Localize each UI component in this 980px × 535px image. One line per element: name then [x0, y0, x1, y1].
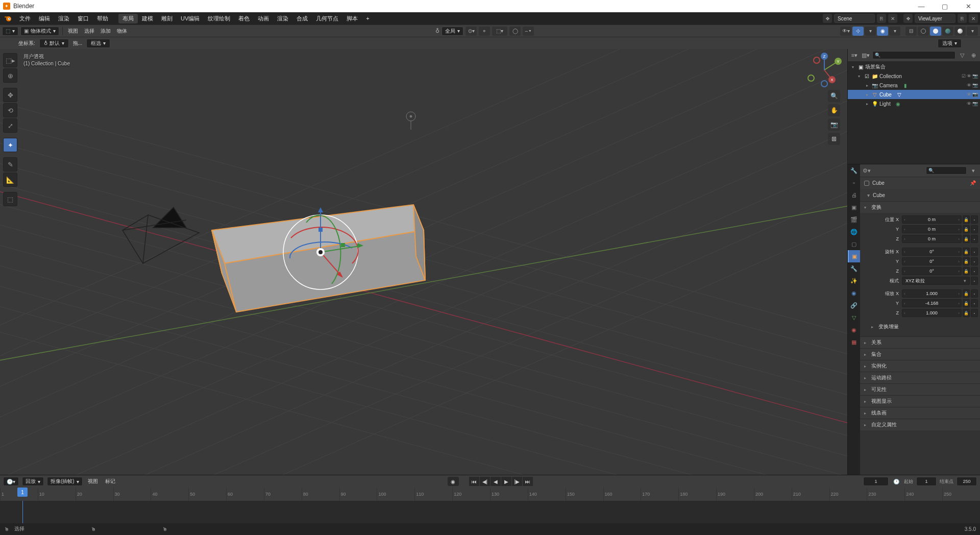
close-button[interactable]: ✕: [957, 0, 980, 12]
properties-editor-type-icon[interactable]: ⚙▾: [862, 167, 871, 174]
outliner-collection[interactable]: ▾☑📁Collection☑👁📷: [848, 71, 980, 81]
pivot-dropdown[interactable]: ⊙▾: [465, 27, 477, 36]
current-frame-field[interactable]: 1: [863, 477, 889, 486]
object-mode-dropdown[interactable]: ▣物体模式 ▾: [20, 27, 59, 36]
zoom-icon[interactable]: 🔍: [828, 90, 840, 102]
play-icon[interactable]: ▶: [501, 477, 511, 486]
jump-start-icon[interactable]: ⏮: [469, 477, 479, 486]
scale-y-field[interactable]: -4.168: [902, 299, 962, 307]
scene-delete-icon[interactable]: ✕: [888, 14, 897, 23]
menu-window[interactable]: 窗口: [74, 14, 93, 23]
workspace-tab-shading[interactable]: 着色: [234, 14, 254, 23]
scale-z-field[interactable]: 1.000: [902, 309, 962, 317]
proptab-output[interactable]: 🖨: [848, 189, 860, 201]
proptab-collection[interactable]: ▢: [848, 238, 860, 250]
menu-file[interactable]: 文件: [15, 14, 35, 23]
keyframe-next-icon[interactable]: |▶: [512, 477, 522, 486]
proptab-texture[interactable]: ▦: [848, 336, 860, 348]
coord-system-dropdown[interactable]: ♁ 默认 ▾: [39, 39, 69, 48]
tool-select[interactable]: ⬚▸: [3, 53, 17, 67]
scale-x-field[interactable]: 1.000: [902, 289, 962, 298]
timeline-ruler[interactable]: 1102030405060708090100110120130140150160…: [0, 488, 980, 501]
proptab-scene[interactable]: 🎬: [848, 213, 860, 226]
workspace-tab-sculpt[interactable]: 雕刻: [157, 14, 177, 23]
rotation-y-field[interactable]: 0°: [902, 257, 962, 265]
panel-delta-transform[interactable]: ▸变换增量: [862, 321, 978, 332]
panel-viewport-display[interactable]: ▸视图显示: [860, 396, 980, 407]
panel-relations[interactable]: ▸关系: [860, 337, 980, 348]
tool-move[interactable]: ✥: [3, 88, 17, 102]
header-menu-view[interactable]: 视图: [66, 28, 80, 35]
xray-toggle[interactable]: ⊟: [905, 27, 917, 36]
keyframe-dot-icon[interactable]: •: [971, 215, 978, 224]
camera-icon[interactable]: 📷: [828, 118, 840, 131]
outliner-root[interactable]: ▾▣场景集合: [848, 62, 980, 71]
panel-transform-header[interactable]: ▾变换: [860, 202, 980, 213]
panel-collections[interactable]: ▸集合: [860, 349, 980, 360]
outliner-light[interactable]: ▸💡Light◉👁📷: [848, 99, 980, 108]
menu-render[interactable]: 渲染: [54, 14, 74, 23]
pan-icon[interactable]: ✋: [828, 104, 840, 116]
panel-motion-paths[interactable]: ▸运动路径: [860, 372, 980, 383]
workspace-tab-layout[interactable]: 布局: [118, 14, 138, 23]
proptab-constraints[interactable]: 🔗: [848, 299, 860, 311]
proptab-tool[interactable]: 🔧: [848, 164, 860, 177]
overlays-dropdown[interactable]: ▾: [889, 27, 900, 36]
shading-dropdown[interactable]: ▾: [967, 27, 978, 36]
workspace-tab-uv[interactable]: UV编辑: [177, 14, 204, 23]
outliner-display-mode-icon[interactable]: ▥▾: [861, 51, 870, 60]
keying-dropdown[interactable]: 抠像(插帧) ▾: [47, 477, 83, 486]
proptab-material[interactable]: ◉: [848, 324, 860, 336]
proptab-data[interactable]: ▽: [848, 311, 860, 324]
outliner-search[interactable]: 🔍: [872, 51, 955, 59]
menu-edit[interactable]: 编辑: [35, 14, 54, 23]
tool-annotate[interactable]: ✎: [3, 157, 17, 172]
proptab-viewlayer[interactable]: ▣: [848, 201, 860, 213]
header-menu-object[interactable]: 物体: [115, 28, 129, 35]
workspace-tab-animation[interactable]: 动画: [254, 14, 273, 23]
outliner-editor-type-icon[interactable]: ≡▾: [850, 51, 859, 60]
header-menu-add[interactable]: 添加: [99, 28, 113, 35]
minimize-button[interactable]: —: [910, 0, 933, 12]
rotation-x-field[interactable]: 0°: [902, 248, 962, 256]
tool-cursor[interactable]: ⊕: [3, 68, 17, 83]
pin-icon[interactable]: 📌: [970, 180, 976, 186]
proptab-physics[interactable]: ◉: [848, 287, 860, 299]
outliner-camera[interactable]: ▸📷Camera▮👁📷: [848, 81, 980, 90]
outliner-cube[interactable]: ▸▽Cube▽👁📷: [848, 90, 980, 99]
workspace-tab-modeling[interactable]: 建模: [138, 14, 157, 23]
header-menu-select[interactable]: 选择: [82, 28, 96, 35]
proptab-render[interactable]: ▫: [848, 177, 860, 189]
proptab-object[interactable]: ▣: [848, 250, 860, 262]
options-button[interactable]: 选项 ▾: [938, 39, 962, 48]
shading-solid[interactable]: [930, 27, 941, 36]
workspace-tab-rendering[interactable]: 渲染: [273, 14, 292, 23]
3d-viewport[interactable]: ⬚▸ ⊕ ✥ ⟲ ⤢ ✦ ✎ 📐 ⬚ 用户透视 (1) Collection |…: [0, 49, 847, 475]
workspace-tab-geonodes[interactable]: 几何节点: [312, 14, 342, 23]
jump-end-icon[interactable]: ⏭: [523, 477, 533, 486]
tool-transform[interactable]: ✦: [3, 138, 17, 152]
panel-custom-props[interactable]: ▸自定义属性: [860, 419, 980, 430]
shading-material[interactable]: [942, 27, 953, 36]
timeline-menu-marker[interactable]: 标记: [103, 478, 117, 485]
timeline-editor-type[interactable]: 🕐▾: [3, 477, 19, 486]
rotation-mode-dropdown[interactable]: XYZ 欧拉▾: [902, 277, 970, 285]
drag-dropdown[interactable]: 框选 ▾: [86, 39, 110, 48]
shading-wireframe[interactable]: [918, 27, 929, 36]
proptab-world[interactable]: 🌐: [848, 226, 860, 238]
axis-gizmo[interactable]: Z Y X: [806, 52, 842, 88]
timeline-body[interactable]: [0, 501, 980, 523]
tool-measure[interactable]: 📐: [3, 173, 17, 187]
proportional-falloff-dropdown[interactable]: ⌢▾: [523, 27, 534, 36]
playhead[interactable]: 1: [17, 488, 28, 497]
workspace-tab-script[interactable]: 脚本: [342, 14, 362, 23]
location-z-field[interactable]: 0 m: [902, 235, 962, 243]
playback-dropdown[interactable]: 回放 ▾: [22, 477, 44, 486]
datablock-name[interactable]: Cube: [873, 192, 885, 198]
show-gizmo-toggle[interactable]: ⊹: [852, 27, 864, 36]
rotation-z-field[interactable]: 0°: [902, 267, 962, 275]
menu-help[interactable]: 帮助: [93, 14, 112, 23]
autokey-toggle[interactable]: ◉: [448, 477, 459, 486]
proptab-particles[interactable]: ✨: [848, 275, 860, 287]
viewlayer-browse-icon[interactable]: ❖: [903, 14, 913, 23]
